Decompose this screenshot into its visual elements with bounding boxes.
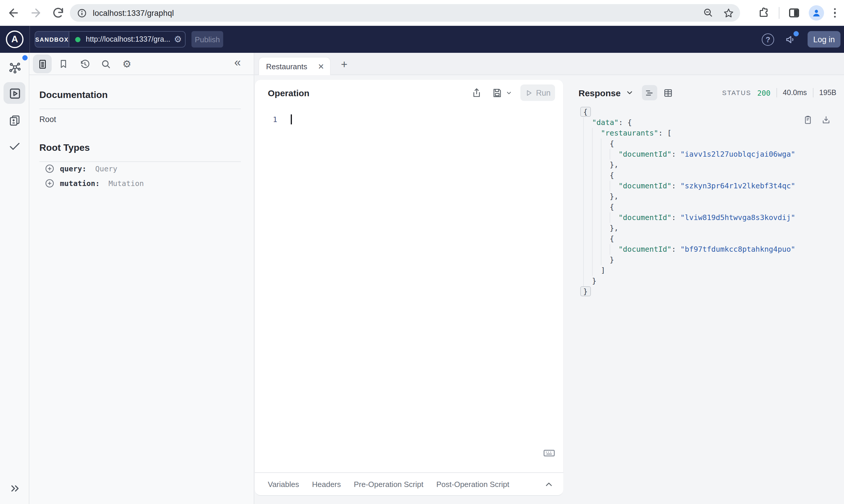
json-line: "documentId": "lviw819d5htwvga8s3kovdij": [583, 212, 844, 223]
json-line: }: [583, 255, 844, 265]
json-line: }: [583, 276, 844, 286]
site-info-icon[interactable]: [77, 8, 87, 18]
close-tab-icon[interactable]: ✕: [318, 62, 324, 71]
checks-icon[interactable]: [0, 140, 29, 152]
side-panel-icon[interactable]: [788, 7, 800, 19]
notification-dot: [793, 31, 799, 36]
docs-title: Documentation: [39, 90, 108, 100]
run-button[interactable]: Run: [520, 85, 555, 101]
new-tab-icon[interactable]: +: [337, 57, 351, 72]
add-field-icon[interactable]: [45, 164, 55, 174]
tab-strip: Restaurants ✕ +: [254, 53, 564, 75]
tab-variables[interactable]: Variables: [268, 480, 299, 488]
tab-headers[interactable]: Headers: [312, 480, 341, 488]
changelog-icon[interactable]: [0, 114, 29, 127]
docs-toolbar: ⚙ «: [29, 53, 254, 75]
profile-avatar[interactable]: [808, 5, 824, 20]
response-title: Response: [579, 88, 621, 98]
run-triangle-icon: [525, 89, 532, 96]
status-code: 200: [757, 88, 770, 97]
header-divider: [29, 26, 30, 53]
docs-root-link[interactable]: Root: [39, 115, 56, 124]
tab-post-operation-script[interactable]: Post-Operation Script: [436, 480, 510, 488]
operation-header: Operation Run: [255, 80, 563, 106]
root-type-query-row[interactable]: query:Query: [45, 164, 118, 174]
browser-toolbar: localhost:1337/graphql: [0, 0, 844, 26]
root-types-title: Root Types: [39, 143, 90, 153]
expand-rail-icon[interactable]: [0, 482, 29, 494]
field-name[interactable]: query:: [60, 164, 86, 173]
save-menu-chevron-icon: [506, 89, 512, 96]
field-type[interactable]: Query: [95, 164, 117, 173]
endpoint-settings-icon[interactable]: ⚙: [170, 34, 186, 44]
environment-badge: SANDBOX: [35, 32, 69, 47]
field-name[interactable]: mutation:: [60, 179, 100, 188]
json-line: "documentId": "szkyn3pr64r1v2lkebf3t4qc": [583, 181, 844, 191]
tab-restaurants[interactable]: Restaurants ✕: [258, 57, 331, 75]
zoom-out-icon[interactable]: [703, 7, 713, 18]
divider: [39, 109, 241, 109]
toolbar-divider: [778, 7, 779, 19]
announcements-icon[interactable]: [785, 33, 797, 46]
documentation-panel: ⚙ « Documentation Root Root Types query:…: [29, 53, 254, 504]
json-line: {: [583, 234, 844, 244]
status-label: STATUS: [722, 89, 751, 96]
endpoint-control: SANDBOX http://localhost:1337/gra... ⚙: [35, 31, 186, 48]
share-icon[interactable]: [471, 87, 482, 98]
divider: [39, 161, 241, 162]
json-line: "data": {: [583, 118, 844, 128]
operation-editor-card: Operation Run 1: [255, 80, 563, 472]
publish-button[interactable]: Publish: [191, 31, 223, 48]
expand-footer-icon[interactable]: [544, 479, 554, 489]
response-menu-chevron-icon[interactable]: [625, 89, 634, 97]
collapse-panel-icon[interactable]: «: [234, 56, 241, 69]
back-icon[interactable]: [7, 6, 20, 19]
operation-editor[interactable]: [282, 113, 558, 488]
operation-title: Operation: [268, 88, 462, 98]
history-icon[interactable]: [75, 55, 94, 73]
url-text: localhost:1337/graphql: [93, 8, 174, 17]
json-line: "restaurants": [: [583, 128, 844, 139]
explorer-icon[interactable]: [0, 87, 29, 100]
table-view-toggle[interactable]: [660, 85, 676, 100]
response-duration: 40.0ms: [783, 89, 807, 97]
tab-pre-operation-script[interactable]: Pre-Operation Script: [354, 480, 424, 488]
json-line: {: [583, 202, 844, 212]
add-field-icon[interactable]: [45, 178, 55, 188]
response-json-view[interactable]: {"data": {"restaurants": [{"documentId":…: [564, 107, 844, 297]
raw-view-toggle[interactable]: [642, 85, 657, 100]
tab-label: Restaurants: [266, 62, 318, 71]
bookmark-star-icon[interactable]: [723, 7, 734, 18]
json-line: ]: [583, 265, 844, 276]
extensions-icon[interactable]: [758, 7, 770, 19]
documentation-tab-icon[interactable]: [33, 55, 52, 73]
bookmarks-icon[interactable]: [54, 55, 73, 73]
divider: [813, 88, 813, 97]
sandbox-header: A SANDBOX http://localhost:1337/gra... ⚙…: [0, 26, 844, 53]
connection-status-dot: [75, 37, 81, 42]
address-bar[interactable]: localhost:1337/graphql: [70, 4, 740, 22]
reload-icon[interactable]: [52, 6, 65, 19]
root-type-mutation-row[interactable]: mutation:Mutation: [45, 178, 144, 188]
graph-icon[interactable]: [0, 61, 29, 74]
keyboard-shortcuts-icon[interactable]: [543, 447, 556, 460]
field-type[interactable]: Mutation: [108, 179, 143, 188]
browser-menu-icon[interactable]: [832, 7, 837, 19]
login-button[interactable]: Log in: [808, 31, 841, 48]
json-line: },: [583, 191, 844, 202]
forward-icon[interactable]: [29, 6, 42, 19]
json-line: },: [583, 160, 844, 170]
help-icon[interactable]: ?: [762, 33, 774, 46]
app-window: localhost:1337/graphql: [0, 0, 844, 504]
settings-gear-icon[interactable]: ⚙: [118, 55, 136, 73]
save-icon[interactable]: [492, 87, 512, 98]
activity-rail: [0, 53, 29, 504]
json-line: },: [583, 223, 844, 234]
response-top-strip: [564, 53, 844, 75]
json-line: {: [583, 107, 844, 118]
endpoint-url[interactable]: http://localhost:1337/gra...: [86, 35, 170, 43]
search-icon[interactable]: [96, 55, 115, 73]
operation-column: Restaurants ✕ + Operation Run 1: [254, 53, 564, 504]
json-line: "documentId": "bf97tfdumkcc8ptahkng4puo": [583, 244, 844, 255]
response-panel: Response STATUS 200 40.0ms 195B: [564, 53, 844, 504]
